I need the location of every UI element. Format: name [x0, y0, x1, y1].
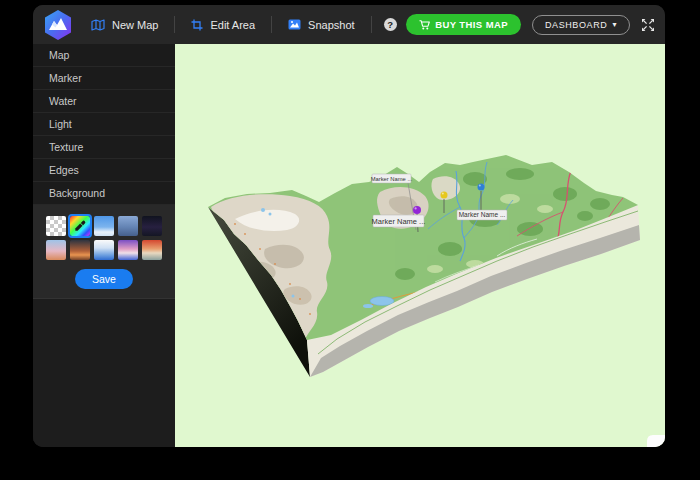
background-swatch-night-sky[interactable] [142, 216, 162, 236]
snapshot-label: Snapshot [308, 19, 354, 31]
toolbar-right: BUY THIS MAP DASHBOARD ▾ [406, 14, 655, 35]
fullscreen-icon[interactable] [641, 18, 655, 32]
background-swatch-orange-dusk[interactable] [70, 240, 90, 260]
toolbar-divider [371, 16, 372, 33]
snapshot-button[interactable]: Snapshot [282, 15, 360, 35]
background-swatch-color-picker-rainbow[interactable] [70, 216, 90, 236]
sidebar-empty-space [33, 299, 175, 447]
background-swatch-purple-pink-blue-gradient[interactable] [118, 240, 138, 260]
toolbar: New Map Edit Area Snapshot ? [33, 5, 665, 44]
background-swatch-blue-sky-clouds[interactable] [94, 216, 114, 236]
eyedropper-icon [74, 220, 86, 232]
toolbar-divider [174, 16, 175, 33]
purple-pin-highlight [415, 207, 417, 209]
edit-area-label: Edit Area [210, 19, 255, 31]
terrain-3d-render[interactable]: Marker Name ... Marker Name ... Marker N… [175, 44, 665, 447]
buy-this-map-button[interactable]: BUY THIS MAP [406, 14, 521, 35]
marker-label-right-text: Marker Name ... [459, 211, 506, 218]
sidebar-item-map[interactable]: Map [33, 44, 175, 67]
blue-pin[interactable] [478, 184, 485, 191]
app-window: New Map Edit Area Snapshot ? [33, 5, 665, 447]
new-map-button[interactable]: New Map [85, 15, 164, 35]
background-swatch-grid [33, 216, 175, 260]
help-glyph: ? [387, 19, 393, 30]
map-attribution-corner [647, 435, 665, 447]
toolbar-divider [271, 16, 272, 33]
marker-label-center[interactable]: Marker Name ... [372, 215, 426, 227]
background-panel: Save [33, 205, 175, 299]
marker-label-center-text: Marker Name ... [372, 217, 426, 226]
sidebar-item-water[interactable]: Water [33, 90, 175, 113]
background-swatch-red-to-teal-gradient[interactable] [142, 240, 162, 260]
background-swatch-transparent-checkerboard[interactable] [46, 216, 66, 236]
buy-this-map-label: BUY THIS MAP [435, 19, 508, 30]
sidebar-item-background[interactable]: Background [33, 182, 175, 205]
yellow-pin[interactable] [441, 192, 448, 199]
snapshot-icon [288, 19, 301, 30]
sidebar-item-edges[interactable]: Edges [33, 159, 175, 182]
blue-pin-highlight [479, 185, 481, 187]
sidebar-item-light[interactable]: Light [33, 113, 175, 136]
chevron-down-icon: ▾ [612, 21, 617, 29]
edit-area-button[interactable]: Edit Area [185, 15, 261, 35]
mountain-hexagon-logo-icon [43, 9, 73, 41]
sidebar: Map Marker Water Light Texture Edges Bac… [33, 44, 175, 447]
dashboard-label: DASHBOARD [545, 20, 607, 30]
sidebar-item-marker[interactable]: Marker [33, 67, 175, 90]
main-content: Map Marker Water Light Texture Edges Bac… [33, 44, 665, 447]
help-icon[interactable]: ? [384, 18, 397, 31]
marker-label-right[interactable]: Marker Name ... [457, 210, 507, 220]
dashboard-button[interactable]: DASHBOARD ▾ [532, 15, 630, 35]
app-logo[interactable] [42, 9, 73, 40]
crop-icon [191, 19, 203, 31]
save-button[interactable]: Save [75, 269, 133, 289]
new-map-label: New Map [112, 19, 158, 31]
background-swatch-overcast-blue-sky[interactable] [118, 216, 138, 236]
sidebar-item-texture[interactable]: Texture [33, 136, 175, 159]
purple-pin[interactable] [413, 206, 421, 214]
background-swatch-pastel-sunset[interactable] [46, 240, 66, 260]
marker-label-top[interactable]: Marker Name ... [371, 174, 413, 183]
yellow-pin-highlight [442, 193, 444, 195]
map-icon [91, 19, 105, 31]
background-swatch-white-to-blue-gradient[interactable] [94, 240, 114, 260]
cart-icon [419, 20, 430, 30]
map-viewport[interactable]: Marker Name ... Marker Name ... Marker N… [175, 44, 665, 447]
marker-label-top-text: Marker Name ... [371, 176, 413, 182]
